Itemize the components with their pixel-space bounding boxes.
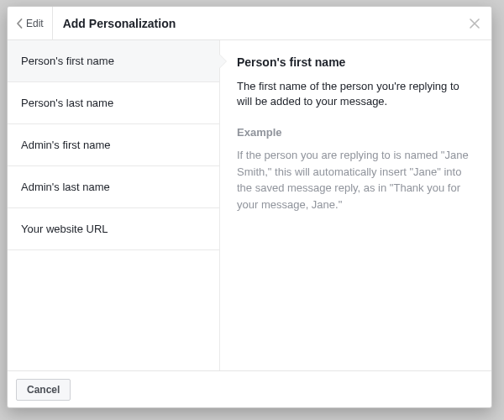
list-item-label: Person's first name: [21, 55, 114, 67]
close-button[interactable]: [466, 15, 483, 32]
list-item-label: Admin's first name: [21, 139, 111, 151]
modal-header: Edit Add Personalization: [8, 7, 491, 40]
modal-footer: Cancel: [8, 370, 491, 407]
list-item-person-last-name[interactable]: Person's last name: [8, 82, 219, 124]
modal-title: Add Personalization: [63, 17, 176, 30]
list-item-label: Person's last name: [21, 97, 113, 109]
close-icon: [470, 18, 480, 29]
list-item-admin-last-name[interactable]: Admin's last name: [8, 166, 219, 208]
example-label: Example: [237, 126, 475, 139]
chevron-left-icon: [16, 18, 23, 29]
add-personalization-modal: Edit Add Personalization Person's first …: [7, 6, 492, 408]
back-button[interactable]: Edit: [11, 7, 53, 39]
list-item-label: Your website URL: [21, 223, 108, 235]
list-item-admin-first-name[interactable]: Admin's first name: [8, 124, 219, 166]
cancel-button-label: Cancel: [27, 384, 60, 396]
list-item-label: Admin's last name: [21, 181, 110, 193]
list-item-person-first-name[interactable]: Person's first name: [8, 40, 219, 82]
modal-body: Person's first name Person's last name A…: [8, 40, 491, 370]
personalization-list: Person's first name Person's last name A…: [8, 40, 220, 370]
list-item-website-url[interactable]: Your website URL: [8, 208, 219, 250]
back-button-label: Edit: [26, 18, 44, 29]
cancel-button[interactable]: Cancel: [16, 379, 71, 401]
personalization-detail: Person's first name The first name of th…: [220, 40, 491, 370]
example-text: If the person you are replying to is nam…: [237, 147, 475, 213]
detail-heading: Person's first name: [237, 55, 475, 69]
detail-description: The first name of the person you're repl…: [237, 79, 475, 109]
